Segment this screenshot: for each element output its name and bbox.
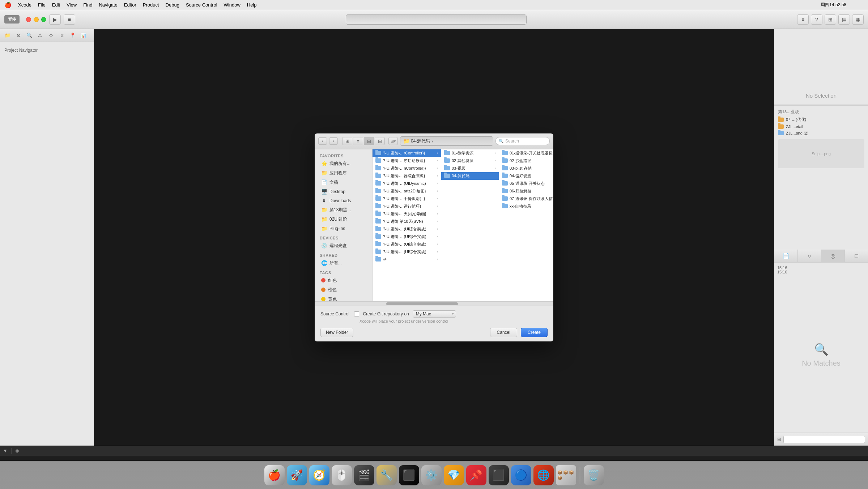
scheme-selector[interactable] [346,14,527,25]
file-row[interactable]: 06-归档解档 › [499,187,553,195]
sidebar-item-documents[interactable]: 📄 文稿 [316,178,371,187]
file-row[interactable]: ?-UI进阶-…器综合演练}› [373,172,441,180]
file-row[interactable]: ?-UI进阶-第10天(SVN)› [373,218,441,225]
sidebar-find-btn[interactable]: 🔍 [25,31,34,39]
menu-xcode[interactable]: Xcode [18,2,31,8]
dock-app-multi[interactable]: 📦📦📦📦 [556,465,576,485]
mac-dropdown[interactable]: My Mac ▾ [413,310,456,318]
sidebar-item-downloads[interactable]: ⬇ Downloads [316,196,371,205]
layout-btn-1[interactable]: ⊞ [825,14,836,25]
file-row[interactable]: ?-UI进阶-…(UI综合实战)› [373,248,441,256]
sidebar-item-remote-disc[interactable]: 💿 远程光盘 [316,241,371,250]
layout-btn-3[interactable]: ▦ [852,14,864,25]
menu-file[interactable]: File [38,2,46,8]
sidebar-breakpoint-btn[interactable]: 📍 [68,31,77,39]
dock-launchpad[interactable]: 🚀 [287,465,307,485]
sidebar-item-plugins[interactable]: 📁 Plug-ins [316,224,371,233]
file-row[interactable]: 01-通讯录-开关处理逻辑 › [499,149,553,157]
file-row[interactable]: ?-UI进阶-…(UIDynamic)› [373,180,441,187]
icon-view-btn[interactable]: ⊞ [342,137,352,145]
dock-quicktime[interactable]: 🎬 [354,465,374,485]
file-row[interactable]: ?-UI进阶-…(UI综合实战)› [373,233,441,241]
stop-button[interactable]: ■ [64,14,75,25]
sidebar-item-period13[interactable]: 📁 第13期黑... [316,205,371,214]
dialog-search-bar[interactable]: 🔍 Search [495,137,550,145]
column-view-btn[interactable]: ⊟ [364,137,374,145]
file-row[interactable]: 03-视频 › [441,165,499,172]
file-row[interactable]: ?-UI进阶-…序启动原理}› [373,157,441,165]
dialog-back-btn[interactable]: ‹ [318,137,327,145]
rp-file-item[interactable]: 07-…(优化) [774,116,868,123]
file-row[interactable]: ?-UI进阶-…(UI综合实战)› [373,241,441,248]
sidebar-item-apps[interactable]: 📁 应用程序 [316,169,371,178]
file-row[interactable]: 03-plist 存储 › [499,165,553,172]
sidebar-symbol-btn[interactable]: ⊙ [14,31,23,39]
sidebar-report-btn[interactable]: 📊 [79,31,88,39]
file-row[interactable]: 科› [373,256,441,263]
layout-btn-2[interactable]: ▤ [838,14,850,25]
sidebar-issue-btn[interactable]: ⚠ [35,31,45,39]
dialog-scrollbar-h[interactable] [315,301,553,306]
dock-system-prefs[interactable]: ⚙️ [421,465,442,485]
apple-menu[interactable]: 🍎 [4,1,12,8]
create-button[interactable]: Create [521,328,548,337]
dock-app-browser[interactable]: 🌐 [533,465,554,485]
coverflow-view-btn[interactable]: ⊞ [375,137,385,145]
dock-app-dark[interactable]: ⬛ [489,465,509,485]
close-button[interactable] [26,17,31,22]
dock-sketch[interactable]: 💎 [444,465,464,485]
menu-navigate[interactable]: Navigate [99,2,117,8]
sidebar-tag-orange[interactable]: 橙色 [316,285,371,294]
dock-xcode-tools[interactable]: 🔧 [376,465,397,485]
sidebar-test-btn[interactable]: ◇ [46,31,56,39]
file-row[interactable]: ?-UI进阶-…nController)}› [373,165,441,172]
maximize-button[interactable] [41,17,46,22]
rp-grid-btn[interactable]: ⊞ [777,437,781,442]
git-checkbox[interactable] [354,311,359,316]
dock-app-blue[interactable]: 🔵 [511,465,531,485]
dock-mouse[interactable]: 🖱️ [332,465,352,485]
file-row[interactable]: 05-通讯录-开关状态 › [499,180,553,187]
menu-product[interactable]: Product [143,2,159,8]
debug-toggle-btn[interactable]: ▼ [3,448,8,454]
arrange-btn[interactable]: ⊞▾ [388,137,398,145]
file-row[interactable]: ?-UI进阶-…运行循环}› [373,203,441,210]
menu-view[interactable]: View [67,2,77,8]
file-row[interactable]: 02-其他资源 › [441,157,499,165]
file-row[interactable]: ?-UI进阶-…(UI综合实战)› [373,225,441,233]
list-view-btn[interactable]: ≡ [353,137,363,145]
rp-search-field[interactable] [783,436,865,443]
file-row[interactable]: 04-源代码 [441,172,499,180]
dock-app-red[interactable]: 📌 [466,465,486,485]
sidebar-item-02ui[interactable]: 📁 02UI进阶 [316,215,371,224]
rp-tab-inspector[interactable]: ○ [798,250,821,262]
dock-terminal[interactable]: ⬛ [399,465,419,485]
scrollbar-thumb[interactable] [386,302,458,305]
sidebar-item-myfavorites[interactable]: ⭐ 我的所有... [316,159,371,168]
dock-finder[interactable]: 🍎 [264,465,285,485]
quick-help-btn[interactable]: ? [811,14,822,25]
menu-source-control[interactable]: Source Control [186,2,217,8]
sidebar-file-navigator-btn[interactable]: 📁 [3,31,12,39]
sidebar-tag-yellow[interactable]: 黄色 [316,295,371,301]
file-row[interactable]: ?-UI进阶-…手势识别）}› [373,195,441,203]
sidebar-item-all-shared[interactable]: 🌐 所有... [316,259,371,268]
file-row[interactable]: 04-偏好设置 › [499,172,553,180]
file-row[interactable]: ?-UI进阶-…rController)} › [373,149,441,157]
file-row[interactable]: xx-自动布局 › [499,203,553,210]
menu-editor[interactable]: Editor [124,2,136,8]
dock-safari[interactable]: 🧭 [309,465,329,485]
menu-find[interactable]: Find [83,2,92,8]
sidebar-tag-red[interactable]: 红色 [316,276,371,285]
minimize-button[interactable] [34,17,39,22]
file-inspector-btn[interactable]: ≡ [797,14,809,25]
rp-file-item[interactable]: ZJL...etail [774,123,868,130]
run-button[interactable]: ▶ [49,14,61,25]
file-row[interactable]: ?-UI进阶-…artz2D 绘图}› [373,187,441,195]
file-row[interactable]: ?-UI进阶-…天(核心动画}› [373,210,441,218]
cancel-button[interactable]: Cancel [490,328,517,337]
new-folder-button[interactable]: New Folder [320,328,353,337]
console-clear-btn[interactable]: ⊗ [15,448,19,454]
rp-tab-attributes[interactable]: □ [845,250,868,262]
file-row[interactable]: 01-教学资源 › [441,149,499,157]
